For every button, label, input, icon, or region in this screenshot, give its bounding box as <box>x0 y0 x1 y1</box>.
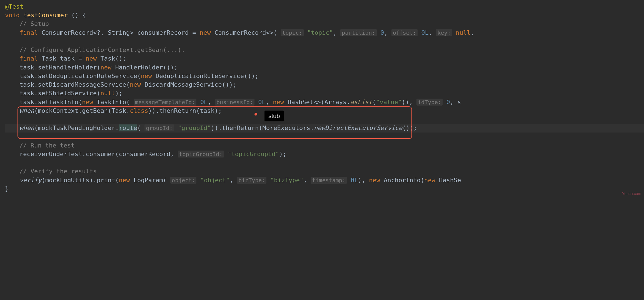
code-line-blank[interactable] <box>5 158 644 167</box>
type: Task <box>41 55 56 62</box>
comment-verify: // Verify the results <box>19 168 97 175</box>
null-key: null <box>456 29 471 36</box>
method-name: testConsumer <box>23 12 68 19</box>
stub-annotation-label: stub <box>264 111 284 121</box>
code-line[interactable]: task.setShieldService(null); <box>5 89 644 98</box>
code-line[interactable]: task.setDeduplicationRuleService(new Ded… <box>5 72 644 80</box>
keyword-new: new <box>273 99 284 106</box>
param-hint-tgid: topicGroupId: <box>178 151 224 158</box>
code-line[interactable]: // Setup <box>5 19 644 28</box>
code: task.setDiscardMessageService( <box>19 81 130 88</box>
var: task <box>60 55 75 62</box>
stub-annotation-dot <box>254 113 257 116</box>
code-line-closing-brace[interactable]: } <box>5 184 644 193</box>
number: 0L <box>258 99 266 106</box>
code-line[interactable]: // Configure ApplicationContext.getBean(… <box>5 46 644 54</box>
code-line[interactable]: task.setTaskInfo(new TaskInfo( messageTe… <box>5 98 644 106</box>
verify: verify <box>19 177 41 184</box>
param-hint-bid: businessId: <box>215 99 254 106</box>
ctor: ConsumerRecord<>( <box>214 29 277 36</box>
code: task.setTaskInfo( <box>19 99 82 106</box>
param-hint-key: key: <box>436 29 452 36</box>
code-line-annotation[interactable]: @Test <box>5 2 644 11</box>
watermark: Yuucn.com <box>622 191 641 193</box>
keyword-new: new <box>119 177 130 184</box>
param-hint-biz: bizType: <box>237 177 266 184</box>
code-line-method[interactable]: void testConsumer () { <box>5 11 644 19</box>
when: when <box>19 124 34 131</box>
param-hint-ts: timestamp: <box>311 177 347 184</box>
code-line[interactable]: task.setDiscardMessageService(new Discar… <box>5 80 644 89</box>
code-line[interactable]: // Verify the results <box>5 167 644 176</box>
keyword-new: new <box>86 55 97 62</box>
ctor: DeduplicationRuleService()); <box>152 72 259 79</box>
code-line[interactable]: verify(mockLogUtils).print(new LogParam(… <box>5 176 644 184</box>
code-line-blank[interactable] <box>5 37 644 46</box>
string: "object" <box>200 177 230 184</box>
code-line-blank[interactable] <box>5 115 644 124</box>
eq: = <box>193 29 196 36</box>
param-hint-partition: partition: <box>340 29 376 36</box>
keyword-new: new <box>369 177 380 184</box>
keyword-new: new <box>82 99 93 106</box>
end: ); <box>115 90 123 97</box>
code-line-blank[interactable] <box>5 132 644 141</box>
keyword-new: new <box>200 29 211 36</box>
code: task.setHandlerHolder( <box>19 64 100 71</box>
aslist: asList <box>350 99 372 106</box>
test-annotation: @Test <box>5 3 23 10</box>
hashset: HashSet<>(Arrays. <box>284 99 350 106</box>
string: "value" <box>376 99 402 106</box>
param-hint-groupid: groupId: <box>144 124 174 131</box>
code: (mockContext.getBean(Task. <box>34 107 130 114</box>
ctor: Task(); <box>100 55 126 62</box>
string: "topicGroupId" <box>228 151 279 158</box>
keyword-final: final <box>19 55 38 62</box>
keyword-final: final <box>19 29 38 36</box>
null: null <box>100 90 115 97</box>
method-parens: () { <box>71 12 86 19</box>
route-highlighted: route <box>119 124 137 131</box>
code-line[interactable]: when(mockContext.getBean(Task.class)).th… <box>5 106 644 115</box>
keyword-class: class <box>130 107 148 114</box>
number-partition: 0 <box>380 29 384 36</box>
code: receiverUnderTest.consumer(consumerRecor… <box>19 151 174 158</box>
comment-run: // Run the test <box>19 142 75 149</box>
param-hint-topic: topic: <box>281 29 303 36</box>
code: task.setShieldService( <box>19 90 100 97</box>
code-line[interactable]: receiverUnderTest.consumer(consumerRecor… <box>5 150 644 158</box>
code-line[interactable]: final ConsumerRecord<?, String> consumer… <box>5 28 644 37</box>
keyword-new: new <box>141 72 152 79</box>
string: "bizType" <box>270 177 303 184</box>
number: 0L <box>200 99 208 106</box>
keyword-new: new <box>424 177 435 184</box>
ctor: DiscardMessageService()); <box>141 81 236 88</box>
param-hint-offset: offset: <box>391 29 418 36</box>
comment-getbean: // Configure ApplicationContext.getBean(… <box>19 46 185 53</box>
code-line[interactable]: final Task task = new Task(); <box>5 54 644 63</box>
hash: HashSe <box>435 177 461 184</box>
ai: AnchorInfo( <box>380 177 424 184</box>
code-line[interactable]: // Run the test <box>5 141 644 150</box>
code-line[interactable]: task.setHandlerHolder(new HandlerHolder(… <box>5 63 644 72</box>
code: (mockTaskPendingHolder. <box>34 124 119 131</box>
param-hint-obj: object: <box>170 177 196 184</box>
param-hint-mtid: messageTemplateId: <box>134 99 197 106</box>
lp: LogParam( <box>130 177 166 184</box>
ctor: HandlerHolder()); <box>111 64 178 71</box>
number: 0 <box>446 99 450 106</box>
closing-brace: } <box>5 185 9 192</box>
keyword-void: void <box>5 12 20 19</box>
type: ConsumerRecord<?, String> <box>41 29 133 36</box>
var: consumerRecord <box>137 29 189 36</box>
string: "groupId" <box>178 124 211 131</box>
number-offset: 0L <box>421 29 429 36</box>
number: 0L <box>351 177 358 184</box>
code-line-active[interactable]: when(mockTaskPendingHolder.route( groupI… <box>5 124 644 132</box>
keyword-new: new <box>130 81 141 88</box>
string-topic: "topic" <box>307 29 333 36</box>
code: task.setDeduplicationRuleService( <box>19 72 141 79</box>
param-hint-idtype: idType: <box>416 99 443 106</box>
static-method: newDirectExecutorService <box>314 124 402 131</box>
keyword-new: new <box>100 64 111 71</box>
